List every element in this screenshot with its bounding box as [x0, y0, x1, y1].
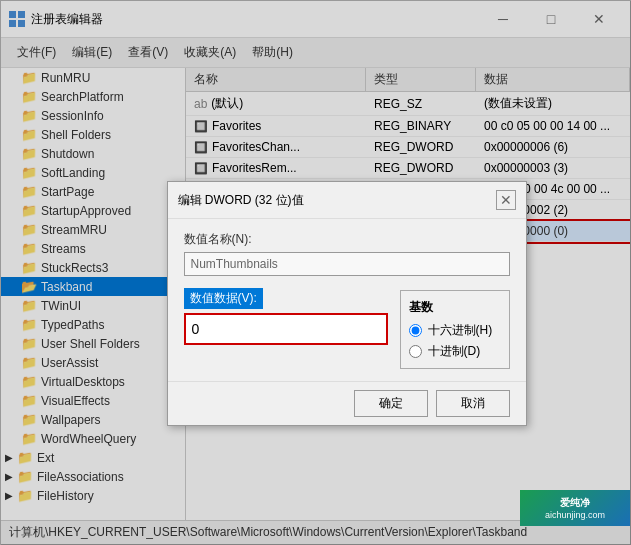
watermark: 爱纯净 aichunjing.com	[520, 490, 630, 526]
radio-hex-input[interactable]	[409, 324, 422, 337]
cancel-button[interactable]: 取消	[436, 390, 510, 417]
watermark-url: aichunjing.com	[545, 510, 605, 520]
dialog-title-bar: 编辑 DWORD (32 位)值 ✕	[168, 182, 526, 219]
watermark-text: 爱纯净	[560, 496, 590, 510]
radio-dec-label: 十进制(D)	[428, 343, 481, 360]
value-input-wrapper	[184, 313, 388, 345]
dialog-close-button[interactable]: ✕	[496, 190, 516, 210]
radio-hex-label: 十六进制(H)	[428, 322, 493, 339]
radio-dec-input[interactable]	[409, 345, 422, 358]
radix-section: 基数 十六进制(H) 十进制(D)	[400, 290, 510, 369]
value-data-input[interactable]	[186, 315, 386, 343]
ok-button[interactable]: 确定	[354, 390, 428, 417]
radio-hex[interactable]: 十六进制(H)	[409, 322, 501, 339]
radix-label: 基数	[409, 299, 501, 316]
name-label: 数值名称(N):	[184, 231, 510, 248]
dialog-title-text: 编辑 DWORD (32 位)值	[178, 192, 304, 209]
value-data-label: 数值数据(V):	[184, 288, 263, 309]
edit-dword-dialog: 编辑 DWORD (32 位)值 ✕ 数值名称(N): 数值数据(V): 基	[167, 181, 527, 426]
name-input[interactable]	[184, 252, 510, 276]
radio-dec[interactable]: 十进制(D)	[409, 343, 501, 360]
dialog-body: 数值名称(N): 数值数据(V): 基数 十六进制(H)	[168, 219, 526, 381]
dialog-overlay: 编辑 DWORD (32 位)值 ✕ 数值名称(N): 数值数据(V): 基	[1, 1, 631, 545]
dialog-footer: 确定 取消	[168, 381, 526, 425]
